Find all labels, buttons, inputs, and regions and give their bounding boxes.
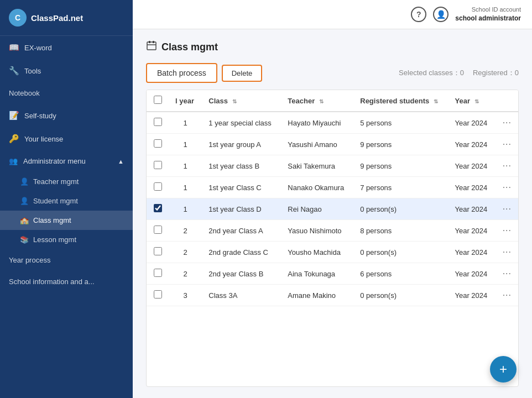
help-button[interactable]: ? [411, 7, 426, 22]
toolbar-right: Selected classes：0 Registered：0 [399, 68, 519, 78]
sidebar-item-schoolinfo[interactable]: School information and a... [0, 271, 133, 292]
row-actions-button[interactable]: ··· [503, 204, 512, 214]
registered-sort-icon: ⇅ [434, 98, 438, 104]
row-registered: 7 persons [353, 177, 448, 198]
add-class-button[interactable]: + [490, 356, 517, 383]
row-checkbox[interactable] [154, 161, 162, 169]
row-checkbox-cell [147, 285, 169, 306]
sidebar-item-classmgmt[interactable]: 🏫 Class mgmt [0, 211, 133, 230]
sidebar-item-yearprocess[interactable]: Year process [0, 249, 133, 271]
table-header-row: l year Class ⇅ Teacher ⇅ Registered stud… [147, 90, 518, 112]
registered-label: Registered：0 [473, 68, 519, 78]
sidebar-item-teachermgmt[interactable]: 👤 Teacher mgmt [0, 172, 133, 191]
row-actions-cell: ··· [496, 263, 518, 285]
table-row: 1 1 year special class Hayato Miyauchi 5… [147, 112, 518, 134]
row-checkbox-cell [147, 155, 169, 177]
page-title-text: Class mgmt [161, 41, 218, 53]
row-checkbox[interactable] [154, 290, 162, 298]
row-checkbox-cell [147, 263, 169, 285]
row-class: 1st year group A [202, 134, 281, 155]
sidebar-item-selfstudy[interactable]: 📝 Self-study [0, 104, 133, 127]
delete-button[interactable]: Delete [222, 65, 263, 82]
row-registered: 0 person(s) [353, 198, 448, 220]
select-all-checkbox[interactable] [154, 96, 162, 104]
row-actions-cell: ··· [496, 198, 518, 220]
row-actions-button[interactable]: ··· [503, 247, 512, 257]
row-class: 1st year Class C [202, 177, 281, 198]
table-row: 3 Class 3A Amane Makino 0 person(s) Year… [147, 285, 518, 306]
toolbar: Batch process Delete Selected classes：0 … [146, 63, 519, 83]
table-row: 1 1st year Class C Nanako Okamura 7 pers… [147, 177, 518, 198]
row-year: Year 2024 [448, 220, 496, 242]
header-class[interactable]: Class ⇅ [202, 90, 281, 112]
sidebar-item-adminmenu[interactable]: 👥 Administrator menu ▲ [0, 150, 133, 172]
header-registered-students[interactable]: Registered students ⇅ [353, 90, 448, 112]
row-actions-button[interactable]: ··· [503, 139, 512, 149]
class-icon: 🏫 [20, 216, 29, 224]
row-checkbox[interactable] [154, 247, 162, 255]
row-actions-cell: ··· [496, 134, 518, 155]
row-actions-button[interactable]: ··· [503, 182, 512, 192]
row-checkbox[interactable] [154, 226, 162, 234]
row-checkbox-cell [147, 134, 169, 155]
row-actions-button[interactable]: ··· [503, 226, 512, 235]
sidebar-item-exword[interactable]: 📖 EX-word [0, 36, 133, 59]
logo-icon: C [9, 9, 27, 27]
row-checkbox-cell [147, 220, 169, 242]
svg-rect-2 [153, 41, 154, 43]
row-registered: 6 persons [353, 263, 448, 285]
class-sort-icon: ⇅ [232, 98, 237, 104]
selfstudy-icon: 📝 [9, 111, 19, 121]
row-checkbox[interactable] [154, 182, 162, 191]
main-content: ? 👤 School ID account school administrat… [133, 0, 532, 398]
row-year: Year 2024 [448, 285, 496, 306]
header-year[interactable]: Year ⇅ [448, 90, 496, 112]
lesson-icon: 📚 [20, 235, 29, 244]
exword-icon: 📖 [9, 43, 19, 53]
row-actions-cell: ··· [496, 285, 518, 306]
row-actions-button[interactable]: ··· [503, 161, 512, 171]
row-actions-button[interactable]: ··· [503, 290, 512, 300]
sidebar-item-studentmgmt[interactable]: 👤 Student mgmt [0, 191, 133, 211]
row-checkbox[interactable] [154, 118, 162, 126]
sidebar: C ClassPad.net 📖 EX-word 🔧 Tools Noteboo… [0, 0, 133, 398]
sidebar-label-classmgmt: Class mgmt [33, 216, 71, 224]
row-actions-button[interactable]: ··· [503, 118, 512, 128]
row-checkbox[interactable] [154, 269, 162, 277]
svg-rect-1 [149, 41, 150, 43]
row-checkbox-cell [147, 112, 169, 134]
row-teacher: Yasushi Amano [281, 134, 353, 155]
class-table: l year Class ⇅ Teacher ⇅ Registered stud… [147, 90, 518, 306]
header-checkbox [147, 90, 169, 112]
header-year-group: l year [169, 90, 202, 112]
row-teacher: Saki Takemura [281, 155, 353, 177]
row-checkbox[interactable] [154, 139, 162, 148]
row-checkbox[interactable] [154, 204, 162, 212]
sidebar-item-lessonmgmt[interactable]: 📚 Lesson mgmt [0, 230, 133, 249]
sidebar-label-yearprocess: Year process [9, 256, 50, 264]
class-table-wrapper: l year Class ⇅ Teacher ⇅ Registered stud… [146, 90, 519, 387]
sidebar-item-notebook[interactable]: Notebook [0, 82, 133, 104]
sidebar-label-studentmgmt: Student mgmt [33, 197, 78, 205]
table-row: 1 1st year Class D Rei Nagao 0 person(s)… [147, 198, 518, 220]
row-registered: 9 persons [353, 134, 448, 155]
row-class: 2nd year Class A [202, 220, 281, 242]
sidebar-label-adminmenu: Administrator menu [23, 157, 86, 165]
sidebar-item-tools[interactable]: 🔧 Tools [0, 59, 133, 82]
row-checkbox-cell [147, 177, 169, 198]
row-year: Year 2024 [448, 112, 496, 134]
row-year: Year 2024 [448, 263, 496, 285]
row-class: 2nd year Class B [202, 263, 281, 285]
sidebar-item-yourlicense[interactable]: 🔑 Your license [0, 127, 133, 150]
row-registered: 8 persons [353, 220, 448, 242]
table-row: 1 1st year group A Yasushi Amano 9 perso… [147, 134, 518, 155]
batch-process-button[interactable]: Batch process [146, 63, 217, 83]
sidebar-label-exword: EX-word [24, 44, 52, 52]
row-year-group: 1 [169, 134, 202, 155]
user-avatar[interactable]: 👤 [433, 7, 448, 22]
row-year-group: 1 [169, 155, 202, 177]
row-year: Year 2024 [448, 134, 496, 155]
row-teacher: Rei Nagao [281, 198, 353, 220]
row-actions-button[interactable]: ··· [503, 269, 512, 279]
header-teacher[interactable]: Teacher ⇅ [281, 90, 353, 112]
